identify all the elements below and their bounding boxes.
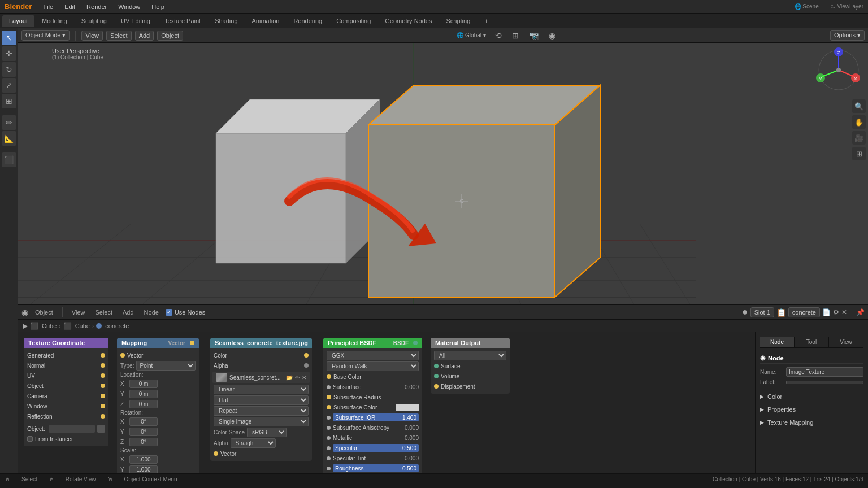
tab-animation[interactable]: Animation (245, 15, 287, 27)
ne-add-btn[interactable]: Add (119, 308, 137, 317)
color-space-dropdown[interactable]: sRGB (247, 428, 287, 437)
node-name-input[interactable]: Image Texture (786, 367, 863, 377)
tab-sculpting[interactable]: Sculpting (75, 15, 114, 27)
tab-texture-paint[interactable]: Texture Paint (158, 15, 207, 27)
scale-y-input[interactable]: 1.000 (129, 465, 158, 474)
tool-move[interactable]: ✛ (2, 46, 16, 61)
breadcrumb-cube2[interactable]: Cube (75, 323, 90, 329)
random-walk-dropdown[interactable]: Random Walk (327, 361, 419, 371)
tool-rotate[interactable]: ↻ (2, 62, 16, 77)
use-nodes-toggle[interactable]: ✓ Use Nodes (166, 309, 205, 316)
breadcrumb-cube1[interactable]: Cube (42, 323, 57, 329)
navigation-gizmo[interactable]: Z X Y (816, 47, 861, 93)
breadcrumb-material[interactable]: concrete (105, 323, 129, 329)
panel-tab-view[interactable]: View (829, 337, 863, 347)
repeat-dropdown[interactable]: Repeat (214, 406, 309, 416)
node-mapping-title: Mapping (121, 339, 147, 346)
node-texture-coordinate[interactable]: Texture Coordinate Generated Normal (24, 338, 108, 446)
node-row-camera: Camera (24, 391, 108, 401)
tab-geometry-nodes[interactable]: Geometry Nodes (378, 15, 439, 27)
loc-x-input[interactable]: 0 m (129, 380, 158, 388)
new-material-icon[interactable]: 📄 (822, 308, 831, 316)
single-image-dropdown[interactable]: Single Image (214, 417, 309, 426)
tool-transform[interactable]: ⊞ (2, 94, 16, 108)
menu-render[interactable]: Render (84, 2, 109, 11)
ne-view-btn[interactable]: View (68, 308, 89, 317)
roughness-bar[interactable]: Roughness 0.500 (333, 464, 419, 472)
object-field-input[interactable] (49, 425, 95, 433)
ne-select-btn[interactable]: Select (92, 308, 116, 317)
node-material-output[interactable]: Material Output All (431, 338, 510, 394)
browse-icon[interactable]: 📂 (286, 374, 293, 381)
object-field-picker[interactable] (97, 425, 105, 433)
sub-color-swatch[interactable] (396, 404, 419, 411)
tab-scripting[interactable]: Scripting (439, 15, 477, 27)
ne-node-btn[interactable]: Node (141, 308, 162, 317)
close-material-icon[interactable]: ✕ (841, 308, 847, 316)
color-section-toggle[interactable]: ▶ Color (760, 391, 863, 402)
tab-compositing[interactable]: Compositing (329, 15, 377, 27)
menu-edit[interactable]: Edit (62, 2, 77, 11)
tab-add[interactable]: + (478, 15, 494, 27)
camera-tool[interactable]: 🎥 (852, 131, 866, 145)
loc-y-input[interactable]: 0 m (129, 390, 158, 398)
close-img-icon[interactable]: ✕ (302, 374, 306, 381)
view-menu[interactable]: View (81, 30, 103, 41)
select-menu[interactable]: Select (106, 30, 132, 41)
node-mapping[interactable]: Mapping Vector Vector Type: (117, 338, 199, 473)
tool-annotate[interactable]: ✏ (2, 115, 16, 130)
material-name[interactable]: concrete (788, 307, 820, 317)
node-pin-icon[interactable]: 📌 (856, 308, 865, 316)
node-row-loc-x: X 0 m (117, 378, 199, 389)
object-mode-dropdown[interactable]: Object Mode ▾ (21, 30, 70, 41)
scale-x-input[interactable]: 1.000 (129, 455, 158, 464)
specular-bar[interactable]: Specular 0.500 (333, 444, 419, 452)
tab-layout[interactable]: Layout (2, 15, 34, 27)
zoom-tool[interactable]: 🔍 (852, 99, 866, 113)
panel-tab-tool[interactable]: Tool (795, 337, 829, 347)
add-menu[interactable]: Add (135, 30, 154, 41)
tool-add-cube[interactable]: ⬛ (2, 152, 16, 167)
tab-shading[interactable]: Shading (208, 15, 244, 27)
material-browse-icon[interactable]: 📋 (776, 308, 786, 317)
slot-dropdown[interactable]: Slot 1 (750, 307, 774, 317)
projection-dropdown[interactable]: Flat (214, 395, 309, 405)
image-preview-bar[interactable]: Seamless_concret... 📂 ✏ ✕ (212, 372, 310, 383)
node-label-input[interactable] (786, 381, 863, 384)
tab-modeling[interactable]: Modeling (35, 15, 74, 27)
type-dropdown[interactable]: Point (136, 361, 196, 371)
node-canvas[interactable]: Texture Coordinate Generated Normal (18, 332, 755, 473)
grid-tool[interactable]: ⊞ (852, 147, 866, 160)
loc-z-input[interactable]: 0 m (129, 400, 158, 408)
rot-y-input[interactable]: 0° (129, 428, 158, 436)
rot-z-input[interactable]: 0° (129, 438, 158, 446)
menu-help[interactable]: Help (149, 2, 167, 11)
pan-tool[interactable]: ✋ (852, 115, 866, 129)
panel-tab-node[interactable]: Node (760, 337, 795, 347)
tab-uv-editing[interactable]: UV Editing (114, 15, 157, 27)
edit-icon[interactable]: ✏ (295, 374, 300, 381)
menu-file[interactable]: File (41, 2, 55, 11)
use-nodes-checkbox[interactable]: ✓ (166, 309, 172, 316)
ggx-dropdown[interactable]: GGX (327, 351, 419, 360)
properties-section-toggle[interactable]: ▶ Properties (760, 404, 863, 415)
material-settings-icon[interactable]: ⚙ (833, 308, 839, 316)
alpha-dropdown[interactable]: Straight (231, 438, 276, 448)
texture-mapping-section-toggle[interactable]: ▶ Texture Mapping (760, 417, 863, 428)
socket-volume-in (434, 374, 439, 378)
options-btn[interactable]: Options ▾ (830, 30, 865, 41)
tool-scale[interactable]: ⤢ (2, 78, 16, 93)
sub-ior-bar[interactable]: Subsurface IOR 1.400 (333, 413, 419, 421)
menu-window[interactable]: Window (116, 2, 142, 11)
tab-rendering[interactable]: Rendering (287, 15, 329, 27)
from-instancer-checkbox[interactable] (27, 436, 33, 442)
ne-object-btn[interactable]: Object (32, 308, 57, 317)
node-principled-bsdf[interactable]: Principled BSDF BSDF GGX (323, 338, 422, 473)
node-image-texture[interactable]: Seamless_concrete_texture.jpg Color Alph… (210, 338, 312, 461)
interpolation-dropdown[interactable]: Linear (214, 385, 309, 394)
object-menu[interactable]: Object (157, 30, 183, 41)
tool-select[interactable]: ↖ (2, 30, 16, 45)
rot-x-input[interactable]: 0° (129, 417, 158, 426)
tool-measure[interactable]: 📐 (2, 131, 16, 146)
target-dropdown[interactable]: All (434, 351, 506, 360)
